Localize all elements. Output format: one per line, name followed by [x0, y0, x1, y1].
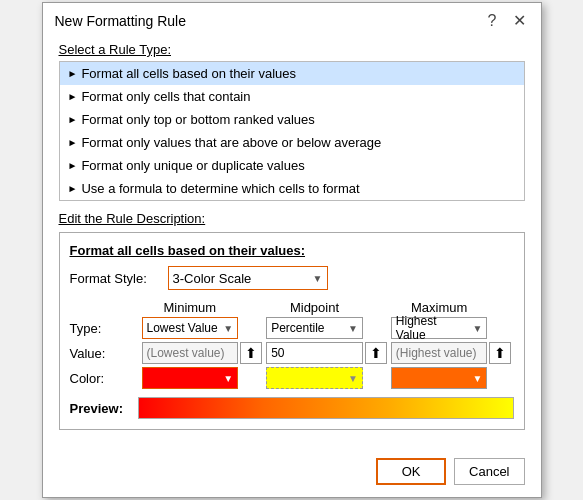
value-row: Value: ⬆ ⬆ ⬆: [70, 342, 514, 364]
arrow-icon: ►: [68, 114, 78, 125]
format-style-select[interactable]: 3-Color Scale ▼: [168, 266, 328, 290]
chevron-down-icon: ▼: [473, 373, 483, 384]
chevron-down-icon: ▼: [313, 273, 323, 284]
rule-item-unique[interactable]: ► Format only unique or duplicate values: [60, 154, 524, 177]
arrow-icon: ►: [68, 183, 78, 194]
chevron-down-icon: ▼: [348, 323, 358, 334]
format-all-label: Format all cells based on their values:: [70, 243, 514, 258]
type-row: Type: Lowest Value ▼ Percentile ▼ Highes…: [70, 317, 514, 339]
edit-box: Format all cells based on their values: …: [59, 232, 525, 430]
new-formatting-rule-dialog: New Formatting Rule ? ✕ Select a Rule Ty…: [42, 2, 542, 498]
value-min-input: [142, 342, 239, 364]
minimum-header: Minimum: [142, 300, 239, 315]
upload-max-button[interactable]: ⬆: [489, 342, 511, 364]
value-label: Value:: [70, 346, 140, 361]
type-min-value: Lowest Value: [147, 321, 218, 335]
cancel-button[interactable]: Cancel: [454, 458, 524, 485]
close-button[interactable]: ✕: [510, 11, 529, 30]
value-mid-input[interactable]: [266, 342, 363, 364]
maximum-header: Maximum: [391, 300, 488, 315]
rule-item-above-below[interactable]: ► Format only values that are above or b…: [60, 131, 524, 154]
rule-item-label: Format only values that are above or bel…: [81, 135, 381, 150]
ok-button[interactable]: OK: [376, 458, 446, 485]
dialog-footer: OK Cancel: [43, 452, 541, 497]
rule-type-list: ► Format all cells based on their values…: [59, 61, 525, 201]
rule-item-all-cells[interactable]: ► Format all cells based on their values: [60, 62, 524, 85]
value-max-input: [391, 342, 488, 364]
dialog-body: Select a Rule Type: ► Format all cells b…: [43, 34, 541, 452]
upload-mid-button[interactable]: ⬆: [365, 342, 387, 364]
help-button[interactable]: ?: [485, 12, 500, 30]
rule-item-label: Format only cells that contain: [81, 89, 250, 104]
rule-type-label: Select a Rule Type:: [59, 42, 525, 57]
format-style-row: Format Style: 3-Color Scale ▼: [70, 266, 514, 290]
type-mid-select[interactable]: Percentile ▼: [266, 317, 363, 339]
rule-item-label: Use a formula to determine which cells t…: [81, 181, 359, 196]
chevron-down-icon: ▼: [473, 323, 483, 334]
midpoint-header: Midpoint: [266, 300, 363, 315]
dialog-title: New Formatting Rule: [55, 13, 187, 29]
column-headers: Minimum Midpoint Maximum: [70, 300, 514, 315]
empty-header: [70, 300, 140, 315]
arrow-icon: ►: [68, 137, 78, 148]
rule-item-label: Format only top or bottom ranked values: [81, 112, 314, 127]
rule-item-ranked[interactable]: ► Format only top or bottom ranked value…: [60, 108, 524, 131]
color-max-swatch[interactable]: ▼: [391, 367, 488, 389]
rule-item-label: Format all cells based on their values: [81, 66, 296, 81]
arrow-icon: ►: [68, 91, 78, 102]
preview-bar: [138, 397, 514, 419]
arrow-icon: ►: [68, 68, 78, 79]
rule-item-contain[interactable]: ► Format only cells that contain: [60, 85, 524, 108]
preview-label: Preview:: [70, 401, 130, 416]
rule-item-formula[interactable]: ► Use a formula to determine which cells…: [60, 177, 524, 200]
color-label: Color:: [70, 371, 140, 386]
color-min-swatch[interactable]: ▼: [142, 367, 239, 389]
format-style-label: Format Style:: [70, 271, 160, 286]
color-mid-swatch[interactable]: ▼: [266, 367, 363, 389]
chevron-down-icon: ▼: [348, 373, 358, 384]
preview-row: Preview:: [70, 397, 514, 419]
color-row: Color: ▼ ▼ ▼: [70, 367, 514, 389]
chevron-down-icon: ▼: [223, 323, 233, 334]
edit-section-label: Edit the Rule Description:: [59, 211, 525, 226]
upload-min-button[interactable]: ⬆: [240, 342, 262, 364]
format-style-value: 3-Color Scale: [173, 271, 252, 286]
title-bar: New Formatting Rule ? ✕: [43, 3, 541, 34]
type-max-select[interactable]: Highest Value ▼: [391, 317, 488, 339]
rule-item-label: Format only unique or duplicate values: [81, 158, 304, 173]
type-mid-value: Percentile: [271, 321, 324, 335]
type-label: Type:: [70, 321, 140, 336]
type-max-value: Highest Value: [396, 314, 469, 342]
chevron-down-icon: ▼: [223, 373, 233, 384]
arrow-icon: ►: [68, 160, 78, 171]
title-bar-actions: ? ✕: [485, 11, 529, 30]
type-min-select[interactable]: Lowest Value ▼: [142, 317, 239, 339]
